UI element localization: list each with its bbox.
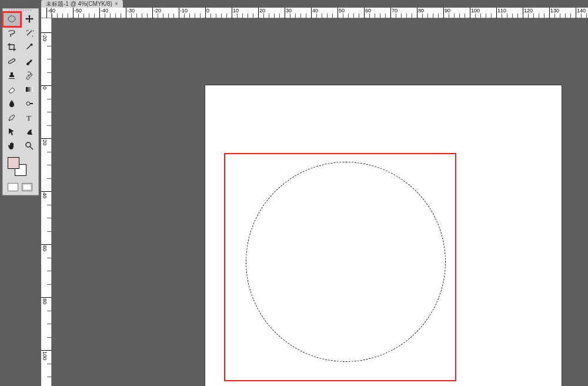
move-tool[interactable] bbox=[21, 12, 38, 26]
move-icon bbox=[25, 14, 34, 25]
clone-stamp-tool[interactable] bbox=[3, 69, 21, 83]
hruler-label: 50 bbox=[339, 8, 345, 14]
vertical-ruler: -20020406080100 bbox=[41, 18, 52, 386]
mode-toggle bbox=[3, 182, 38, 195]
hruler-label: 0 bbox=[206, 8, 209, 14]
hruler-label: 40 bbox=[312, 8, 318, 14]
healing-brush-tool[interactable] bbox=[3, 55, 21, 69]
hruler-label: 30 bbox=[286, 8, 292, 14]
close-icon[interactable]: × bbox=[115, 0, 118, 8]
hruler-label: -10 bbox=[180, 8, 188, 14]
bandage-icon bbox=[7, 56, 16, 67]
eraser-icon bbox=[7, 85, 16, 95]
vruler-label: 20 bbox=[42, 139, 48, 145]
hruler-label: 100 bbox=[471, 8, 480, 14]
type-tool[interactable]: T bbox=[21, 111, 38, 125]
arrow-icon bbox=[7, 127, 16, 138]
toolbox: T bbox=[2, 8, 39, 195]
stamp-icon bbox=[7, 71, 16, 81]
hruler-label: 70 bbox=[392, 8, 397, 14]
svg-point-3 bbox=[26, 102, 30, 105]
brush-tool[interactable] bbox=[21, 55, 38, 69]
hruler-label: 90 bbox=[445, 8, 450, 14]
svg-point-5 bbox=[26, 142, 31, 147]
shape-icon bbox=[25, 127, 34, 138]
hruler-label: 110 bbox=[497, 8, 506, 14]
brush-icon bbox=[25, 56, 34, 67]
color-swatches[interactable] bbox=[8, 157, 36, 178]
blur-tool[interactable] bbox=[3, 97, 21, 111]
standard-mode-icon[interactable] bbox=[8, 183, 18, 191]
crop-tool[interactable] bbox=[3, 41, 21, 55]
hruler-label: 20 bbox=[259, 8, 265, 14]
eyedropper-icon bbox=[25, 42, 34, 53]
hruler-label: 80 bbox=[418, 8, 424, 14]
hruler-label: 10 bbox=[233, 8, 239, 14]
hruler-label: 60 bbox=[365, 8, 371, 14]
history-brush-icon bbox=[25, 71, 34, 81]
svg-point-0 bbox=[8, 16, 15, 22]
horizontal-ruler: -60-50-40-30-20-100102030405060708090100… bbox=[41, 8, 588, 18]
marquee-tool[interactable] bbox=[3, 12, 21, 26]
pen-icon bbox=[7, 113, 16, 124]
gradient-tool[interactable] bbox=[21, 83, 38, 97]
pen-tool[interactable] bbox=[3, 111, 21, 125]
vruler-label: 40 bbox=[42, 192, 48, 198]
vruler-label: -20 bbox=[42, 34, 48, 41]
vruler-label: 80 bbox=[42, 298, 48, 304]
crop-icon bbox=[7, 42, 16, 53]
svg-rect-1 bbox=[8, 58, 15, 64]
eyedropper-tool[interactable] bbox=[21, 41, 38, 55]
hruler-label: 130 bbox=[550, 8, 559, 14]
zoom-icon bbox=[25, 141, 34, 152]
eraser-tool[interactable] bbox=[3, 83, 21, 97]
svg-rect-2 bbox=[26, 87, 33, 92]
path-selection-tool[interactable] bbox=[3, 125, 21, 139]
blur-icon bbox=[7, 99, 16, 109]
vruler-label: 60 bbox=[42, 245, 48, 251]
document-stage[interactable] bbox=[52, 18, 588, 386]
hand-icon bbox=[7, 141, 16, 152]
magic-wand-tool[interactable] bbox=[21, 26, 38, 41]
elliptical-marquee-selection bbox=[246, 162, 446, 362]
dodge-tool[interactable] bbox=[21, 97, 38, 111]
hruler-label: 120 bbox=[524, 8, 533, 14]
hruler-label: -50 bbox=[74, 8, 82, 14]
document-tab[interactable]: 未标题-1 @ 4%(CMYK/8) × bbox=[41, 0, 123, 8]
gradient-icon bbox=[25, 85, 34, 95]
hruler-label: -40 bbox=[101, 8, 108, 14]
history-brush-tool[interactable] bbox=[21, 69, 38, 83]
zoom-tool[interactable] bbox=[21, 139, 38, 154]
foreground-color-swatch[interactable] bbox=[8, 157, 19, 169]
hruler-label: -60 bbox=[48, 8, 55, 14]
vruler-label: 0 bbox=[42, 86, 48, 89]
document-tab-title: 未标题-1 @ 4%(CMYK/8) bbox=[46, 0, 112, 8]
vruler-label: 100 bbox=[42, 351, 48, 360]
hand-tool[interactable] bbox=[3, 139, 21, 154]
svg-text:T: T bbox=[26, 114, 31, 122]
magic-wand-icon bbox=[25, 28, 34, 39]
lasso-tool[interactable] bbox=[3, 26, 21, 41]
hruler-label: -30 bbox=[127, 8, 135, 14]
type-icon: T bbox=[25, 113, 34, 124]
hruler-label: 140 bbox=[577, 8, 586, 14]
dodge-icon bbox=[25, 99, 34, 109]
ellipse-marquee-icon bbox=[7, 14, 16, 25]
shape-tool[interactable] bbox=[21, 125, 38, 139]
hruler-label: -20 bbox=[153, 8, 161, 14]
lasso-icon bbox=[7, 28, 16, 39]
quickmask-mode-icon[interactable] bbox=[22, 183, 32, 191]
toolbox-handle[interactable] bbox=[9, 9, 32, 11]
